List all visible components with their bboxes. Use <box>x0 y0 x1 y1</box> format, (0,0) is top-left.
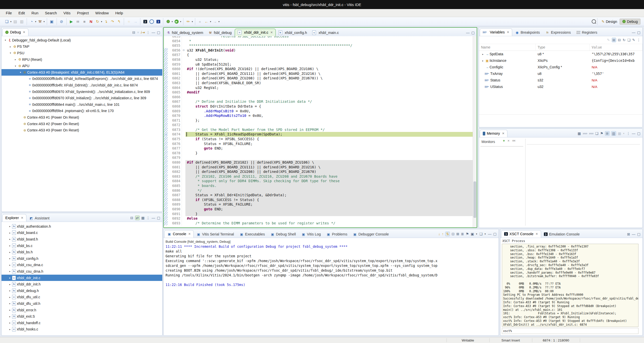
memory-view-menu-icon[interactable]: ⋮ <box>627 131 630 135</box>
debug-tree-item[interactable]: ▾ ⊚ Cortex-A53 #0 (Breakpoint: xfsbl_ddr… <box>2 69 162 76</box>
code-line-6886[interactable]: 6886 */ <box>164 188 473 193</box>
explorer-item[interactable]: ▸ h xfsbl_config.h <box>2 255 162 262</box>
debug-tree-item[interactable]: ▾ ⚙ PSU <box>2 50 162 56</box>
expand-arrow-icon[interactable]: ▸ <box>8 283 12 286</box>
debug-view-menu-icon[interactable]: ⋮ <box>146 30 150 34</box>
xsct-clear-icon[interactable]: ⊠ <box>627 232 630 236</box>
debug-tree-item[interactable]: ▾ ξ Debugger_fsbl_debug-Default (Local) <box>2 37 162 43</box>
expand-arrow-icon[interactable]: ▸ <box>8 315 12 318</box>
build-button[interactable]: ⚒ <box>37 19 43 25</box>
menu-help[interactable]: Help <box>112 10 126 16</box>
annotation-ruler[interactable] <box>164 53 168 57</box>
memory-import-icon[interactable]: 1010 <box>583 132 587 135</box>
debug-tree-item[interactable]: ≡ 0x00000000fffcb4fc XFsbl_DdrInit(): ..… <box>2 82 162 88</box>
memory-export-tab-icon[interactable]: 1010 <box>589 132 593 135</box>
xsct-input[interactable]: xsct% <box>502 328 638 334</box>
menu-search[interactable]: Search <box>42 10 60 16</box>
expand-arrow-icon[interactable]: ▸ <box>8 276 12 279</box>
menu-file[interactable]: File <box>3 10 15 16</box>
console-tab-debugger-console[interactable]: ▣ Debugger Console <box>350 231 392 238</box>
annotation-ruler[interactable] <box>164 104 168 109</box>
annotation-ruler[interactable] <box>164 71 168 76</box>
expand-arrow-icon[interactable]: ▸ <box>8 302 12 305</box>
expand-arrow-icon[interactable]: ▸ <box>8 238 12 240</box>
memory-layout-dropdown[interactable]: ▾ <box>623 132 624 135</box>
show-stderr-icon[interactable]: ⊠ <box>456 232 459 236</box>
clear-console-icon[interactable]: ≣ <box>461 232 464 236</box>
explorer-item[interactable]: ▸ h xfsbl_board.h <box>2 236 162 242</box>
instruction-stepping-button[interactable]: → <box>132 19 138 25</box>
expand-arrow-icon[interactable]: ▸ <box>8 264 12 266</box>
forward-dropdown[interactable]: ▾ <box>218 20 220 23</box>
explorer-item[interactable]: ▸ c xfsbl_csu_dma.c <box>2 262 162 268</box>
pin-console-icon[interactable]: ⚑ <box>466 232 469 236</box>
fold-marker[interactable]: ⊖ <box>182 48 185 53</box>
code-line-6854[interactable]: 6854 * <box>164 39 473 43</box>
explorer-item[interactable]: ▸ h xfsbl_csu_dma.h <box>2 268 162 275</box>
build-dropdown[interactable]: ▾ <box>44 20 45 23</box>
explorer-item[interactable]: ▸ c xfsbl_board.c <box>2 230 162 236</box>
xsct-maximize-icon[interactable]: ▢ <box>637 232 640 236</box>
new-button[interactable]: ❏ <box>4 19 10 25</box>
debug-config-dropdown[interactable]: ▾ <box>35 20 36 23</box>
annotation-ruler[interactable] <box>164 127 168 132</box>
annotation-ruler[interactable] <box>164 36 168 39</box>
variables-edit-icon[interactable]: ✎ <box>632 38 635 42</box>
menu-window[interactable]: Window <box>92 10 112 16</box>
annotation-ruler[interactable] <box>164 67 168 71</box>
debug-tree-item[interactable]: ▸ ⚙ RPU (Reset) <box>2 56 162 63</box>
tab-breakpoints[interactable]: ◉ Breakpoints <box>512 29 543 36</box>
debug-tree-item[interactable]: ≡ 0x00000000fffd68e4 main(): ../src/xfsb… <box>2 101 162 108</box>
code-line-6891[interactable]: 6891 } <box>164 212 473 216</box>
new-dropdown[interactable]: ▾ <box>10 20 12 23</box>
memory-maximize-icon[interactable]: ▢ <box>637 131 640 135</box>
reset-button[interactable]: N <box>88 19 94 25</box>
memory-layout-icon[interactable]: ▦ <box>618 131 621 135</box>
editor-tab-xfsbl_main.c[interactable]: c xfsbl_main.c <box>309 29 341 36</box>
memory-tree-icon[interactable]: ⊞ <box>605 131 610 136</box>
annotation-ruler[interactable] <box>164 212 168 216</box>
debug-tree-item[interactable]: ≡ 0x00000000fffd0970 XFsbl_SystemInit():… <box>2 88 162 95</box>
editor-scrollbar-thumb[interactable] <box>473 181 476 218</box>
code-line-6876[interactable]: 6876 Status = XFSBL_FAILURE; <box>164 141 473 146</box>
annotation-ruler[interactable] <box>164 174 168 179</box>
annotation-ruler[interactable] <box>164 113 168 118</box>
annotation-ruler[interactable] <box>164 183 168 188</box>
annotation-ruler[interactable] <box>164 151 168 156</box>
code-line-6858[interactable]: 6858 u32 Status; <box>164 57 473 62</box>
memory-splitter[interactable] <box>525 139 526 226</box>
expand-arrow-icon[interactable]: ▸ <box>8 328 12 331</box>
xsct-tab-emulation-console[interactable]: ❯ Emulation Console <box>541 231 583 238</box>
expand-arrow-icon[interactable]: ▸ <box>8 244 12 247</box>
console-minimize-icon[interactable]: — <box>488 232 492 236</box>
console-tab-vitis-serial-terminal[interactable]: ▣ Vitis Serial Terminal <box>194 231 237 238</box>
code-line-6878[interactable]: 6878 } <box>164 151 473 156</box>
annotation-ruler[interactable] <box>164 48 168 53</box>
terminal-button[interactable]: ❯ <box>142 19 148 25</box>
annotation-ruler[interactable] <box>164 57 168 62</box>
column-header-type[interactable]: Type <box>536 44 590 51</box>
code-line-6888[interactable]: 6888 if (XFSBL_SUCCESS != Status) { <box>164 198 473 202</box>
code-line-6874[interactable]: → 6874 Status = XFsbl_IicReadSpdEeprom(S… <box>164 132 473 137</box>
editor-tab-fsbl_debug_system[interactable]: ⚗ fsbl_debug_system <box>164 29 206 36</box>
show-stdout-icon[interactable]: ⊡ <box>452 232 455 236</box>
expand-arrow-icon[interactable]: ▸ <box>8 296 12 299</box>
explorer-item[interactable]: ▸ h xfsbl_debug.h <box>2 287 162 294</box>
step-filters-button[interactable]: ≈ <box>126 19 132 25</box>
previous-annotation-icon[interactable]: ↑ <box>442 232 444 236</box>
code-line-6889[interactable]: 6889 Status = XFSBL_FAILURE; <box>164 202 473 207</box>
edit-variable-icon[interactable]: ✎ <box>607 38 610 42</box>
explorer-item[interactable]: ▸ h xfsbl_dfu_util.h <box>2 300 162 307</box>
annotation-ruler[interactable] <box>164 141 168 146</box>
annotation-ruler[interactable] <box>164 118 168 123</box>
annotation-ruler[interactable] <box>164 146 168 151</box>
explorer-item[interactable]: ▸ h xfsbl_error.h <box>2 307 162 313</box>
expand-arrow-icon[interactable]: ▸ <box>8 231 12 234</box>
tab-variables[interactable]: (x)= Variables ✕ <box>480 28 512 36</box>
variables-detail-splitter[interactable] <box>479 114 642 115</box>
collapse-all-icon[interactable]: ⊟ <box>132 30 135 34</box>
expand-arrow-icon[interactable]: ▸ <box>8 289 12 292</box>
code-line-6881[interactable]: 6881 || defined(XPS_BOARD_ZCU111) || def… <box>164 165 473 170</box>
restart-button[interactable]: ↻ <box>95 19 101 25</box>
code-line-6861[interactable]: 6861 || defined(XPS_BOARD_ZCU111) || def… <box>164 71 473 76</box>
